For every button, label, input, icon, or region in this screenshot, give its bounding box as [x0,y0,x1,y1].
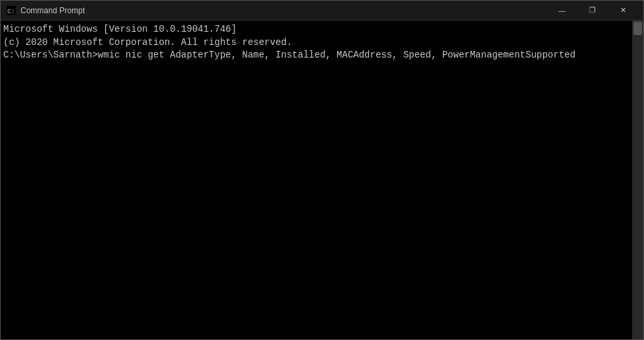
terminal-line: Microsoft Windows [Version 10.0.19041.74… [3,23,641,36]
maximize-button[interactable]: ❐ [577,1,608,21]
titlebar: C: Command Prompt — ❐ ✕ [1,1,643,21]
scrollbar-thumb[interactable] [633,22,642,35]
scrollbar[interactable] [632,21,643,339]
svg-text:C:: C: [7,8,15,15]
cmd-window: C: Command Prompt — ❐ ✕ Microsoft Window… [0,0,644,340]
terminal-line: (c) 2020 Microsoft Corporation. All righ… [3,36,641,50]
window-title: Command Prompt [20,6,547,15]
terminal-content: Microsoft Windows [Version 10.0.19041.74… [3,23,641,337]
cmd-icon: C: [6,5,17,16]
terminal-line: C:\Users\Sarnath>wmic nic get AdapterTyp… [3,49,641,62]
close-button[interactable]: ✕ [608,1,638,21]
window-controls: — ❐ ✕ [547,1,638,21]
terminal-body[interactable]: Microsoft Windows [Version 10.0.19041.74… [1,21,643,339]
minimize-button[interactable]: — [547,1,577,21]
